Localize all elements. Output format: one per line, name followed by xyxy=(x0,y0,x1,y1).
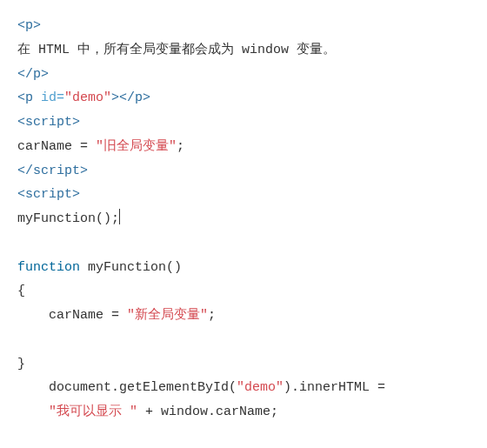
brace-open: { xyxy=(17,284,25,298)
string-can-show: "我可以显示 " xyxy=(49,405,137,419)
attr-id: id= xyxy=(33,90,64,105)
semi1: ; xyxy=(177,139,184,154)
code-doc1: document.getElementById( xyxy=(17,380,237,395)
tag-script-close1b: script> xyxy=(33,164,88,178)
semi2: ; xyxy=(208,308,216,323)
text-cursor xyxy=(119,209,120,224)
code-doc2b: + window.carName; xyxy=(137,405,278,419)
tag-p-selfclose: ></p> xyxy=(111,90,150,105)
keyword-function: function xyxy=(17,260,80,275)
tag-script-open1: <script> xyxy=(17,115,80,130)
tag-p-close: </p> xyxy=(17,67,49,82)
code-assign2: carName = xyxy=(17,308,127,323)
code-call: myFunction(); xyxy=(17,211,119,226)
string-new: "新全局变量" xyxy=(127,308,208,323)
attr-val-demo: "demo" xyxy=(64,90,111,105)
tag-p-open2: <p xyxy=(17,90,33,105)
code-doc2a xyxy=(17,405,49,419)
tag-p-open: <p> xyxy=(17,18,41,33)
code-assign: carName = xyxy=(17,139,96,154)
tag-script-open2: <script> xyxy=(17,187,80,202)
code-block: <p> 在 HTML 中，所有全局变量都会成为 window 变量。 </p> … xyxy=(17,14,470,448)
text-line: 在 HTML 中，所有全局变量都会成为 window 变量。 xyxy=(17,43,336,57)
code-doc1b: ).innerHTML = xyxy=(284,380,385,395)
function-name: myFunction() xyxy=(80,260,182,275)
tag-script-close1a: </ xyxy=(17,164,33,178)
string-old: "旧全局变量" xyxy=(96,139,177,154)
string-demo2: "demo" xyxy=(237,380,284,395)
brace-close: } xyxy=(17,357,25,371)
